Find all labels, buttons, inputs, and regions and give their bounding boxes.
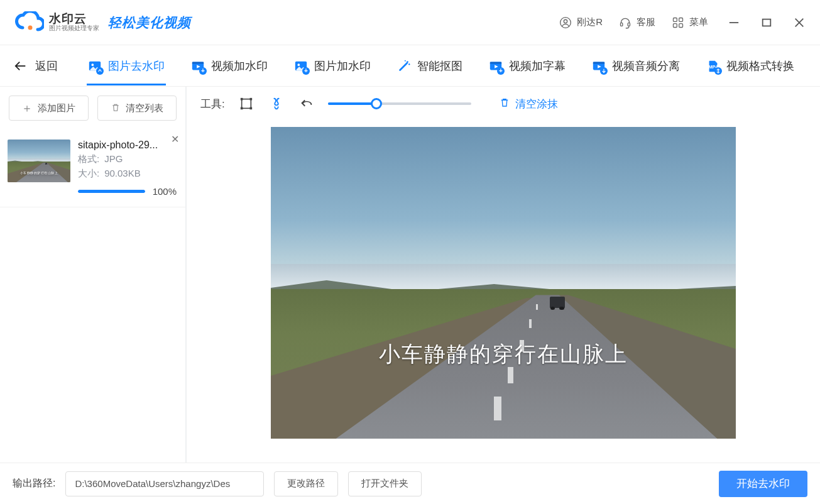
clear-paint-label: 清空涂抹: [515, 97, 558, 111]
clear-paint-button[interactable]: 清空涂抹: [499, 97, 558, 111]
file-remove-button[interactable]: ✕: [171, 133, 179, 145]
trash-icon: [499, 97, 510, 111]
svg-rect-4: [628, 23, 630, 26]
toolbar: 工具: 清空涂抹: [187, 87, 820, 121]
brand-slogan: 轻松美化视频: [108, 14, 191, 31]
brand-subtitle: 图片视频处理专家: [49, 25, 99, 32]
file-progress-pct: 100%: [153, 186, 177, 197]
trash-icon: [111, 102, 121, 114]
user-icon: [559, 16, 572, 29]
support-button[interactable]: 客服: [619, 16, 655, 29]
window-close-button[interactable]: [792, 16, 806, 30]
svg-rect-7: [674, 23, 677, 27]
magic-wand-icon: [397, 59, 411, 73]
arrow-left-icon: [14, 59, 28, 73]
svg-rect-31: [241, 99, 251, 109]
window-maximize-button[interactable]: [760, 16, 774, 30]
file-progress-bar: [78, 190, 145, 193]
file-thumbnail: 小车静静的穿行在山脉上: [8, 140, 70, 182]
output-path-label: 输出路径:: [13, 477, 55, 490]
headset-icon: [619, 16, 631, 29]
tab-smart-cutout[interactable]: 智能抠图: [396, 47, 464, 85]
svg-point-22: [408, 63, 410, 65]
tabbar: 返回 图片去水印 + 视频加水印 +: [0, 45, 820, 87]
plus-icon: ＋: [21, 101, 33, 116]
start-button-label: 开始去水印: [736, 478, 790, 490]
video-icon: [592, 59, 606, 73]
brand-name: 水印云: [49, 13, 99, 25]
svg-point-23: [405, 60, 406, 61]
user-name: 刚达R: [577, 16, 603, 28]
file-format-label: 格式:: [78, 153, 99, 165]
svg-rect-3: [621, 23, 623, 26]
image-icon: +: [294, 59, 308, 73]
change-path-button[interactable]: 更改路径: [274, 471, 338, 496]
svg-point-20: [298, 63, 300, 66]
change-path-label: 更改路径: [287, 478, 325, 490]
clear-list-label: 清空列表: [126, 102, 163, 114]
svg-point-2: [564, 19, 567, 23]
tab-label: 视频音频分离: [612, 58, 680, 74]
grid-menu-icon: [672, 16, 684, 29]
body: ＋ 添加图片 清空列表 小车静静的穿行: [0, 87, 820, 463]
file-format-value: JPG: [104, 153, 123, 165]
tab-label: 视频加字幕: [509, 58, 566, 74]
svg-point-15: [92, 63, 94, 66]
open-folder-label: 打开文件夹: [361, 478, 408, 490]
svg-rect-28: [593, 62, 604, 63]
svg-rect-10: [763, 19, 771, 26]
undo-button[interactable]: [298, 95, 315, 112]
start-remove-watermark-button[interactable]: 开始去水印: [719, 471, 807, 497]
svg-rect-34: [241, 107, 243, 110]
tab-image-remove-watermark[interactable]: 图片去水印: [87, 47, 166, 85]
tab-label: 图片去水印: [108, 58, 165, 74]
svg-rect-33: [249, 98, 252, 101]
image-canvas[interactable]: 小车静静的穿行在山脉上: [271, 127, 736, 439]
image-icon: [88, 59, 102, 73]
sidebar: ＋ 添加图片 清空列表 小车静静的穿行: [0, 87, 187, 463]
tab-label: 视频加水印: [211, 58, 268, 74]
output-path-field[interactable]: [65, 471, 264, 496]
output-path-input[interactable]: [74, 478, 256, 490]
file-size-label: 大小:: [78, 168, 99, 180]
tab-video-audio-split[interactable]: 视频音频分离: [591, 47, 681, 85]
rectangle-select-tool[interactable]: [238, 95, 255, 112]
svg-rect-6: [679, 18, 683, 21]
tab-label: 图片加水印: [314, 58, 371, 74]
open-folder-button[interactable]: 打开文件夹: [348, 471, 422, 496]
app-window: 水印云 图片视频处理专家 轻松美化视频 刚达R 客服 菜单: [0, 0, 820, 504]
menu-button[interactable]: 菜单: [672, 16, 708, 29]
user-account-button[interactable]: 刚达R: [559, 16, 603, 29]
video-icon: +: [489, 59, 503, 73]
support-label: 客服: [637, 16, 655, 28]
file-icon: MP4: [706, 59, 720, 73]
menu-label: 菜单: [689, 16, 708, 28]
file-item[interactable]: 小车静静的穿行在山脉上 sitapix-photo-29... 格式: JPG …: [0, 129, 185, 207]
tab-image-add-watermark[interactable]: + 图片加水印: [293, 47, 372, 85]
file-size-value: 90.03KB: [104, 168, 141, 180]
window-minimize-button[interactable]: [727, 16, 741, 30]
tabs-container: 图片去水印 + 视频加水印 + 图片加水印 智能抠图: [87, 47, 795, 85]
tab-video-add-watermark[interactable]: + 视频加水印: [190, 47, 269, 85]
brush-size-slider[interactable]: [328, 97, 471, 110]
svg-rect-8: [679, 23, 683, 27]
svg-rect-25: [490, 62, 501, 63]
footer: 输出路径: 更改路径 打开文件夹 开始去水印: [0, 463, 820, 504]
main-panel: 工具: 清空涂抹: [187, 87, 820, 463]
watermark-text: 小车静静的穿行在山脉上: [379, 340, 628, 369]
tab-video-format-convert[interactable]: MP4 视频格式转换: [705, 47, 795, 85]
svg-point-0: [28, 25, 33, 30]
svg-rect-32: [241, 98, 243, 101]
back-label: 返回: [35, 58, 58, 74]
svg-rect-17: [192, 62, 204, 63]
add-image-label: 添加图片: [38, 102, 75, 114]
tab-label: 视频格式转换: [726, 58, 794, 74]
file-name: sitapix-photo-29...: [78, 140, 177, 151]
tab-video-add-subtitle[interactable]: + 视频加字幕: [488, 47, 567, 85]
svg-rect-5: [674, 18, 677, 21]
back-button[interactable]: 返回: [14, 58, 58, 74]
brush-tool[interactable]: [268, 95, 285, 112]
clear-list-button[interactable]: 清空列表: [97, 96, 177, 121]
add-image-button[interactable]: ＋ 添加图片: [9, 96, 89, 121]
app-logo: 水印云 图片视频处理专家: [14, 11, 99, 34]
